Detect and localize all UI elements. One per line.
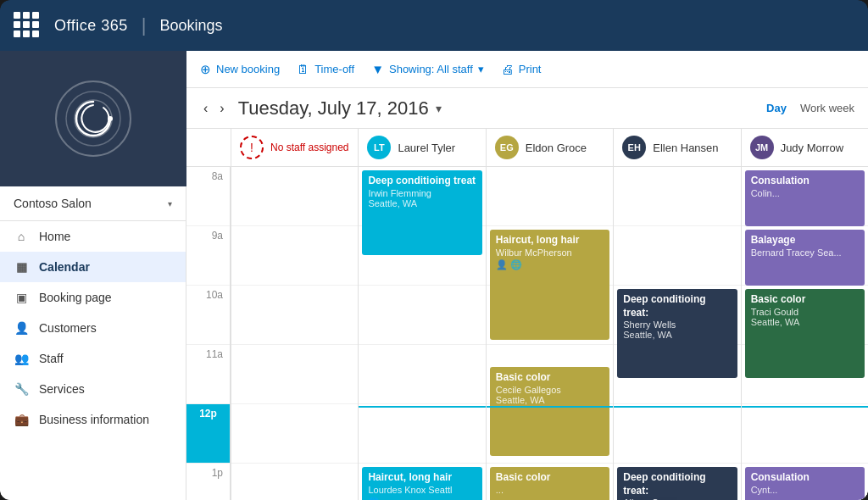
time-slot-9a: 9a	[186, 226, 230, 286]
services-icon: 🔧	[14, 382, 29, 396]
new-booking-button[interactable]: ⊕ New booking	[200, 62, 280, 77]
top-bar: Office 365 | Bookings	[0, 0, 868, 51]
workweek-view-button[interactable]: Work week	[800, 102, 854, 114]
grid-col-unassigned	[231, 167, 358, 500]
unassigned-icon: !	[240, 136, 264, 159]
prev-date-button[interactable]: ‹	[200, 99, 211, 118]
time-off-button[interactable]: 🗓 Time-off	[297, 62, 354, 76]
plus-circle-icon: ⊕	[200, 62, 211, 77]
nav-label-customers: Customers	[39, 321, 97, 335]
date-dropdown-icon[interactable]: ▾	[436, 102, 442, 115]
sidebar-nav: ⌂ Home ▦ Calendar ▣ Booking page 👤 Custo…	[0, 221, 186, 435]
print-label: Print	[519, 63, 542, 75]
toolbar: ⊕ New booking 🗓 Time-off ▼ Showing: All …	[186, 51, 868, 88]
staff-label-ellen: Ellen Hansen	[653, 142, 718, 154]
staff-col-unassigned: ! No staff assigned	[231, 129, 358, 166]
view-toggle: Day Work week	[766, 102, 854, 114]
staff-label-eldon: Eldon Groce	[526, 142, 587, 154]
current-time-line-eldon	[487, 406, 613, 408]
print-icon: 🖨	[501, 62, 514, 76]
staff-col-judy: JM Judy Morrow	[741, 129, 868, 166]
date-nav-arrows: ‹ ›	[200, 99, 228, 118]
grid-col-laurel: Deep conditioing treat Irwin Flemming Se…	[358, 167, 485, 500]
calendar-area: ⊕ New booking 🗓 Time-off ▼ Showing: All …	[186, 51, 868, 500]
sidebar-item-home[interactable]: ⌂ Home	[0, 221, 186, 252]
appt-judy-consulation-1p[interactable]: Consulation Cynt...	[745, 467, 865, 500]
sidebar-item-booking-page[interactable]: ▣ Booking page	[0, 282, 186, 313]
sidebar-item-business-info[interactable]: 💼 Business information	[0, 404, 186, 435]
waffle-icon[interactable]	[14, 12, 41, 39]
appt-ellen-deep-conditioning[interactable]: Deep conditioing treat: Sherry Wells Sea…	[617, 289, 737, 378]
staff-label-judy: Judy Morrow	[781, 142, 843, 154]
app-title: Bookings	[159, 17, 222, 35]
nav-label-booking: Booking page	[39, 291, 112, 304]
unassigned-label: No staff assigned	[270, 142, 349, 153]
current-time-line-ellen	[614, 406, 740, 408]
avatar-eldon: EG	[495, 136, 519, 159]
nav-label-home: Home	[39, 230, 70, 243]
current-time-line	[359, 406, 485, 408]
appt-judy-balayage[interactable]: Balayage Bernard Tracey Sea...	[745, 230, 865, 286]
appt-eldon-basic-1p[interactable]: Basic color ...	[490, 467, 609, 500]
time-slot-10a: 10a	[186, 286, 230, 345]
salon-name: Contoso Salon	[14, 197, 92, 210]
appt-judy-consulation-8a[interactable]: Consulation Colin...	[745, 170, 865, 226]
print-button[interactable]: 🖨 Print	[501, 62, 542, 76]
office-title: Office 365	[54, 17, 128, 35]
staff-col-ellen: EH Ellen Hansen	[613, 129, 740, 166]
sidebar-logo	[0, 51, 186, 186]
calendar-icon: ▦	[14, 260, 29, 274]
grid-columns: Deep conditioing treat Irwin Flemming Se…	[231, 167, 868, 500]
grid-col-judy: Consulation Colin... Balayage Bernard Tr…	[741, 167, 868, 500]
avatar-ellen: EH	[622, 136, 646, 159]
time-slot-12p: 12p	[186, 404, 230, 464]
day-view-button[interactable]: Day	[766, 102, 787, 114]
top-bar-divider: |	[142, 14, 147, 36]
new-booking-label: New booking	[216, 63, 280, 75]
sidebar: Contoso Salon ▾ ⌂ Home ▦ Calendar ▣ Book…	[0, 51, 186, 500]
time-off-icon: 🗓	[297, 62, 309, 76]
appt-laurel-haircut-1p[interactable]: Haircut, long hair Lourdes Knox Seattl 🌐	[362, 467, 481, 500]
time-off-label: Time-off	[314, 63, 354, 75]
sidebar-item-staff[interactable]: 👥 Staff	[0, 343, 186, 374]
staff-icon: 👥	[14, 352, 29, 365]
customers-icon: 👤	[14, 321, 29, 335]
svg-point-2	[108, 116, 113, 121]
nav-label-services: Services	[39, 382, 85, 396]
sidebar-item-calendar[interactable]: ▦ Calendar	[0, 252, 186, 282]
calendar-header: ‹ › Tuesday, July 17, 2016 ▾ Day Work we…	[186, 88, 868, 129]
filter-label: Showing: All staff	[389, 63, 473, 75]
filter-icon: ▼	[371, 62, 384, 76]
grid-col-ellen: Deep conditioing treat: Sherry Wells Sea…	[613, 167, 740, 500]
filter-dropdown-icon: ▾	[478, 63, 484, 75]
booking-page-icon: ▣	[14, 291, 29, 304]
grid-col-eldon: Haircut, long hair Wilbur McPherson 👤 🌐 …	[486, 167, 613, 500]
appt-judy-basic-color[interactable]: Basic color Traci Gould Seattle, WA	[745, 289, 865, 378]
time-col-header	[186, 129, 231, 166]
appt-ellen-deep-1p[interactable]: Deep conditioing treat: Aileen Crane Sea…	[617, 467, 737, 500]
avatar-laurel: LT	[367, 136, 391, 159]
time-slot-11a: 11a	[186, 345, 230, 404]
appt-laurel-deep-conditioning[interactable]: Deep conditioing treat Irwin Flemming Se…	[362, 170, 481, 255]
staff-col-laurel: LT Laurel Tyler	[358, 129, 485, 166]
current-time-line-judy	[742, 406, 868, 408]
time-slot-1p: 1p	[186, 464, 230, 500]
salon-name-row[interactable]: Contoso Salon ▾	[0, 186, 186, 221]
business-info-icon: 💼	[14, 413, 29, 426]
filter-button[interactable]: ▼ Showing: All staff ▾	[371, 62, 484, 76]
appt-eldon-haircut-9a[interactable]: Haircut, long hair Wilbur McPherson 👤 🌐	[490, 230, 609, 340]
staff-columns-header: ! No staff assigned LT Laurel Tyler EG E…	[231, 129, 868, 166]
time-slot-8a: 8a	[186, 167, 230, 226]
appt-eldon-basic-color[interactable]: Basic color Cecile Gallegos Seattle, WA	[490, 367, 609, 456]
sidebar-item-services[interactable]: 🔧 Services	[0, 374, 186, 404]
staff-header: ! No staff assigned LT Laurel Tyler EG E…	[186, 129, 868, 167]
logo-circle	[55, 81, 131, 157]
sidebar-item-customers[interactable]: 👤 Customers	[0, 313, 186, 343]
home-icon: ⌂	[14, 230, 29, 243]
calendar-date-title: Tuesday, July 17, 2016 ▾	[238, 97, 766, 119]
next-date-button[interactable]: ›	[216, 99, 227, 118]
nav-label-business: Business information	[39, 413, 149, 426]
nav-label-calendar: Calendar	[39, 260, 90, 274]
staff-col-eldon: EG Eldon Groce	[486, 129, 613, 166]
salon-dropdown-icon: ▾	[168, 199, 172, 208]
